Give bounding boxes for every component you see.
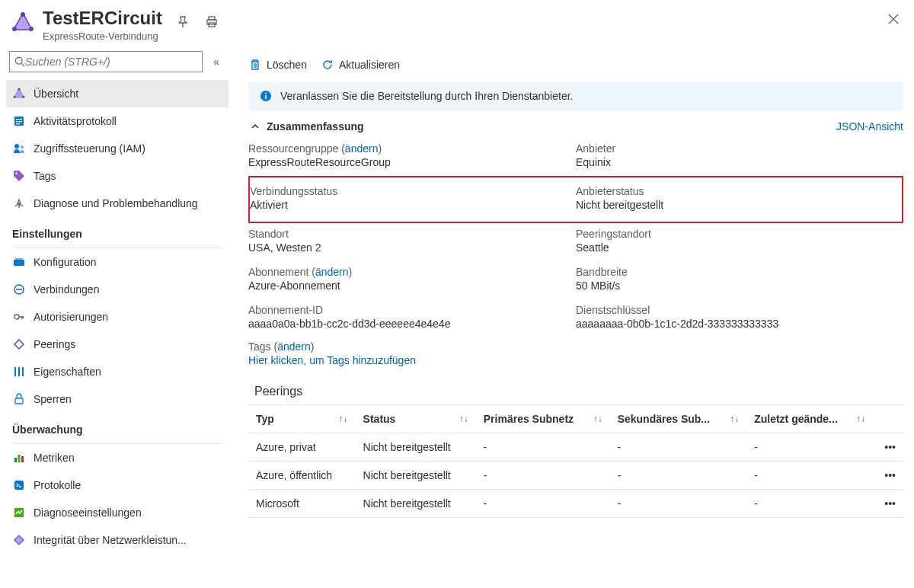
info-icon xyxy=(259,89,273,103)
rg-value[interactable]: ExpressRouteResourceGroup xyxy=(248,156,576,168)
peerings-title: Peerings xyxy=(248,379,903,404)
nav-diag-settings[interactable]: Diagnoseeinstellungen xyxy=(6,499,228,526)
search-input[interactable] xyxy=(25,56,197,68)
nav-activity-log[interactable]: Aktivitätsprotokoll xyxy=(6,107,228,135)
svg-rect-20 xyxy=(15,258,23,260)
svg-point-2 xyxy=(29,27,34,31)
refresh-button[interactable]: Aktualisieren xyxy=(321,58,400,72)
row-more-button[interactable]: ••• xyxy=(873,490,903,518)
nav-diagnose[interactable]: Diagnose und Problembehandlung xyxy=(6,190,228,217)
section-settings: Einstellungen xyxy=(6,217,228,244)
chevron-up-icon[interactable] xyxy=(248,120,262,133)
nav-label: Sperren xyxy=(34,393,72,405)
collapse-sidebar-button[interactable]: « xyxy=(207,56,225,68)
nav-network-health[interactable]: Integrität über Netzwerkleistun... xyxy=(6,526,228,554)
col-primary[interactable]: Primäres Subnetz↑↓ xyxy=(476,405,610,433)
nav-properties[interactable]: Eigenschaften xyxy=(6,358,228,385)
svg-point-17 xyxy=(21,145,24,149)
nav-label: Autorisierungen xyxy=(34,311,108,323)
print-button[interactable] xyxy=(202,12,222,32)
key-icon xyxy=(12,310,26,324)
info-text: Veranlassen Sie die Bereitstellung durch… xyxy=(280,90,573,102)
location-value: USA, Westen 2 xyxy=(248,241,576,254)
overview-icon xyxy=(12,87,26,101)
trash-icon xyxy=(248,58,262,72)
svg-point-16 xyxy=(14,144,19,149)
status-highlight: Verbindungsstatus Aktiviert Anbieterstat… xyxy=(248,176,903,223)
tags-add-link[interactable]: Hier klicken, um Tags hinzuzufügen xyxy=(248,354,903,366)
svg-point-34 xyxy=(265,93,267,94)
nav-overview[interactable]: Übersicht xyxy=(6,80,228,107)
svg-point-22 xyxy=(14,315,19,319)
rg-change-link[interactable]: ändern xyxy=(345,142,379,155)
col-secondary[interactable]: Sekundäres Sub...↑↓ xyxy=(610,405,747,433)
nav-peerings[interactable]: Peerings xyxy=(6,331,228,358)
nav-label: Aktivitätsprotokoll xyxy=(34,115,117,127)
row-more-button[interactable]: ••• xyxy=(873,462,903,490)
resource-icon xyxy=(11,11,35,35)
nav-iam[interactable]: Zugriffssteuerung (IAM) xyxy=(6,135,228,162)
nav-label: Tags xyxy=(34,170,56,182)
nav-tags[interactable]: Tags xyxy=(6,162,228,190)
bandwidth-value: 50 MBit/s xyxy=(576,280,903,292)
iam-icon xyxy=(12,142,26,155)
svg-rect-13 xyxy=(16,119,22,120)
nav-authorizations[interactable]: Autorisierungen xyxy=(6,303,228,331)
sort-icon: ↑↓ xyxy=(593,414,602,424)
sort-icon: ↑↓ xyxy=(730,414,739,424)
provider-label: Anbieter xyxy=(576,142,903,155)
provider-status-label: Anbieterstatus xyxy=(576,185,902,197)
configuration-icon xyxy=(12,255,26,269)
delete-button[interactable]: Löschen xyxy=(248,58,307,72)
json-view-link[interactable]: JSON-Ansicht xyxy=(836,120,903,133)
svg-rect-28 xyxy=(18,455,21,462)
pin-button[interactable] xyxy=(173,12,193,32)
svg-rect-23 xyxy=(14,367,16,376)
table-row[interactable]: Microsoft Nicht bereitgestellt - - - ••• xyxy=(248,490,903,518)
svg-point-10 xyxy=(22,96,24,98)
info-bar: Veranlassen Sie die Bereitstellung durch… xyxy=(248,81,903,110)
diagnose-icon xyxy=(12,197,26,210)
nav-metrics[interactable]: Metriken xyxy=(6,444,228,471)
tags-change-link[interactable]: ändern xyxy=(277,340,311,353)
logs-icon xyxy=(12,478,26,492)
svg-point-18 xyxy=(15,172,17,174)
nav-label: Zugriffssteuerung (IAM) xyxy=(34,142,145,155)
tags-label: Tags xyxy=(248,340,271,353)
conn-status-value: Aktiviert xyxy=(250,199,576,211)
properties-icon xyxy=(12,365,26,379)
table-row[interactable]: Azure, öffentlich Nicht bereitgestellt -… xyxy=(248,462,903,490)
connections-icon xyxy=(12,283,26,296)
sub-value[interactable]: Azure-Abonnement xyxy=(248,280,576,292)
col-type[interactable]: Typ↑↓ xyxy=(248,405,356,433)
sub-id-label: Abonnement-ID xyxy=(248,304,576,316)
search-input-wrapper[interactable] xyxy=(9,51,203,72)
svg-rect-27 xyxy=(14,458,17,462)
sub-change-link[interactable]: ändern xyxy=(315,266,349,278)
svg-rect-30 xyxy=(14,481,24,490)
close-button[interactable] xyxy=(888,12,899,28)
nav-locks[interactable]: Sperren xyxy=(6,385,228,413)
nav-label: Verbindungen xyxy=(34,283,99,296)
sub-id-value: aaaa0a0a-bb1b-cc2c-dd3d-eeeeee4e4e4e xyxy=(248,318,576,330)
svg-rect-25 xyxy=(22,367,24,376)
svg-rect-24 xyxy=(18,367,20,376)
nav-label: Diagnose und Problembehandlung xyxy=(34,197,198,209)
sort-icon: ↑↓ xyxy=(459,414,468,424)
row-more-button[interactable]: ••• xyxy=(873,433,903,462)
nav-logs[interactable]: Protokolle xyxy=(6,471,228,499)
nav-label: Integrität über Netzwerkleistun... xyxy=(34,534,187,546)
diag-settings-icon xyxy=(12,506,26,519)
nav-connections[interactable]: Verbindungen xyxy=(6,276,228,303)
provider-value: Equinix xyxy=(576,156,903,168)
svg-rect-15 xyxy=(16,123,20,124)
nav-configuration[interactable]: Konfiguration xyxy=(6,248,228,276)
page-subtitle: ExpressRoute-Verbindung xyxy=(43,30,162,42)
col-last[interactable]: Zuletzt geände...↑↓ xyxy=(746,405,873,433)
table-row[interactable]: Azure, privat Nicht bereitgestellt - - -… xyxy=(248,433,903,462)
col-status[interactable]: Status↑↓ xyxy=(356,405,476,433)
cmd-label: Löschen xyxy=(267,59,307,71)
svg-point-1 xyxy=(21,12,25,17)
peering-loc-label: Peeringstandort xyxy=(576,228,903,240)
nav-label: Peerings xyxy=(34,338,75,350)
